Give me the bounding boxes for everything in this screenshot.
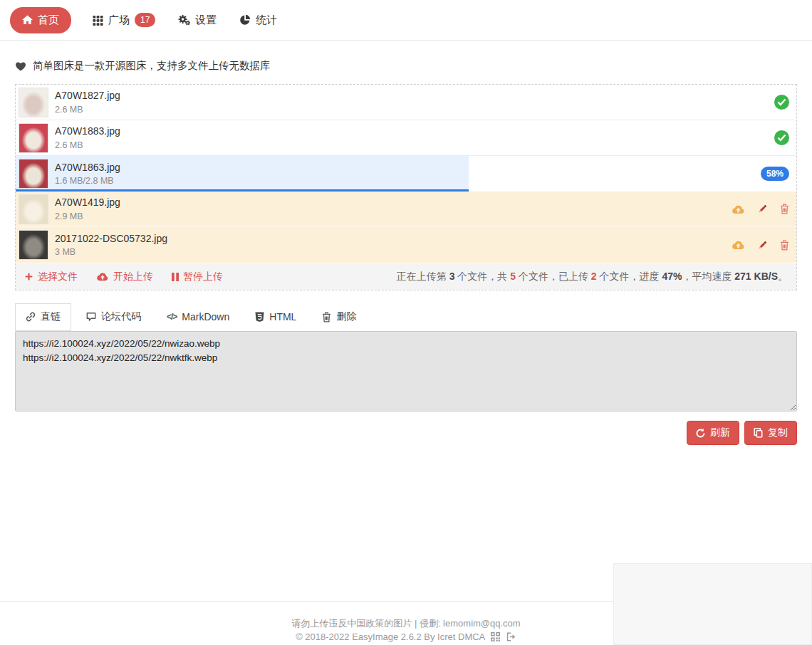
start-upload-label: 开始上传 [113,271,153,283]
file-size: 2.6 MB [55,103,120,116]
file-size: 1.6 MB/2.8 MB [55,174,120,187]
link-icon [26,312,36,322]
file-size: 3 MB [55,246,167,258]
pause-upload-label: 暂停上传 [183,271,223,283]
grid-icon [93,15,103,26]
nav-plaza-button[interactable]: 广场 17 [91,10,157,30]
file-thumbnail [19,230,48,260]
file-row: 20171022-DSC05732.jpg 3 MB [16,227,796,263]
file-name: A70W1419.jpg [55,195,120,209]
upload-success-icon [774,130,789,145]
heart-icon [15,61,26,71]
refresh-button[interactable]: 刷新 [687,421,739,445]
tab-delete-label: 删除 [336,310,356,323]
plus-icon [24,272,33,281]
code-icon: </> [167,312,177,322]
pie-chart-icon [239,14,251,26]
nav-settings-label: 设置 [195,14,217,27]
file-name: A70W1863.jpg [55,160,120,174]
file-thumbnail [19,123,48,153]
cloud-upload-icon [96,272,109,281]
refresh-icon [696,429,705,438]
sign-out-icon[interactable] [506,631,516,645]
tab-markdown[interactable]: </> MarkDown [156,303,240,331]
plaza-count-badge: 17 [135,13,155,27]
copy-label: 复制 [768,426,788,439]
refresh-label: 刷新 [710,426,730,439]
tab-direct-link-label: 直链 [41,310,61,323]
copy-icon [754,428,763,438]
select-files-label: 选择文件 [38,271,78,283]
comment-icon [86,312,96,322]
file-name: A70W1827.jpg [55,88,120,103]
file-row: A70W1419.jpg 2.9 MB [16,192,796,227]
home-icon [22,15,33,25]
nav-stats-label: 统计 [256,14,277,27]
file-size: 2.9 MB [55,210,120,223]
file-row: A70W1883.jpg 2.6 MB [16,120,796,156]
nav-stats-button[interactable]: 统计 [238,11,279,30]
upload-file-button[interactable] [732,204,745,214]
corner-overlay-panel [613,563,812,645]
upload-action-bar: 选择文件 开始上传 暂停上传 正在上传第 3 个文件，共 5 个文件，已上传 2… [16,263,796,290]
pause-icon [172,273,179,281]
file-row: A70W1863.jpg 1.6 MB/2.8 MB 58% [16,156,796,192]
copy-button[interactable]: 复制 [744,421,797,445]
delete-file-button[interactable] [780,240,789,251]
pause-upload-button[interactable]: 暂停上传 [172,271,223,283]
tab-delete[interactable]: 删除 [311,303,367,331]
edit-file-button[interactable] [757,204,768,214]
trash-icon [322,312,331,322]
select-files-button[interactable]: 选择文件 [24,271,78,283]
upload-success-icon [774,95,789,110]
tab-forum-code-label: 论坛代码 [101,310,141,323]
top-navbar: 首页 广场 17 设置 统计 [0,0,812,41]
output-tabs: 直链 论坛代码 </> MarkDown HTML 删除 [15,303,797,331]
intro-line: 简单图床是一款开源图床，支持多文件上传无数据库 [15,59,797,73]
tab-html-label: HTML [269,311,296,322]
intro-text: 简单图床是一款开源图床，支持多文件上传无数据库 [33,59,271,73]
progress-badge: 58% [761,167,789,181]
file-thumbnail [19,88,48,117]
file-row: A70W1827.jpg 2.6 MB [16,85,796,120]
file-size: 2.6 MB [55,139,120,152]
file-name: 20171022-DSC05732.jpg [55,231,167,246]
gears-icon [178,14,190,26]
nav-settings-button[interactable]: 设置 [177,11,218,30]
file-name: A70W1883.jpg [55,124,120,138]
html5-icon [255,312,264,322]
tab-forum-code[interactable]: 论坛代码 [76,303,152,331]
nav-home-button[interactable]: 首页 [10,7,71,33]
nav-home-label: 首页 [38,14,59,27]
delete-file-button[interactable] [780,204,789,214]
file-thumbnail [19,159,48,189]
nav-plaza-label: 广场 [108,14,130,27]
upload-status-text: 正在上传第 3 个文件，共 5 个文件，已上传 2 个文件，进度 47%，平均速… [397,271,788,283]
start-upload-button[interactable]: 开始上传 [96,271,153,283]
qrcode-icon[interactable] [491,631,500,645]
file-thumbnail [19,194,48,224]
tab-markdown-label: MarkDown [182,311,229,322]
tab-html[interactable]: HTML [244,303,307,331]
upload-file-button[interactable] [732,240,745,250]
file-list: A70W1827.jpg 2.6 MB [16,85,796,263]
edit-file-button[interactable] [757,240,768,251]
links-textarea[interactable]: https://i2.100024.xyz/2022/05/22/nwizao.… [15,331,797,411]
upload-dropzone: A70W1827.jpg 2.6 MB [15,84,797,290]
tab-direct-link[interactable]: 直链 [15,303,71,331]
